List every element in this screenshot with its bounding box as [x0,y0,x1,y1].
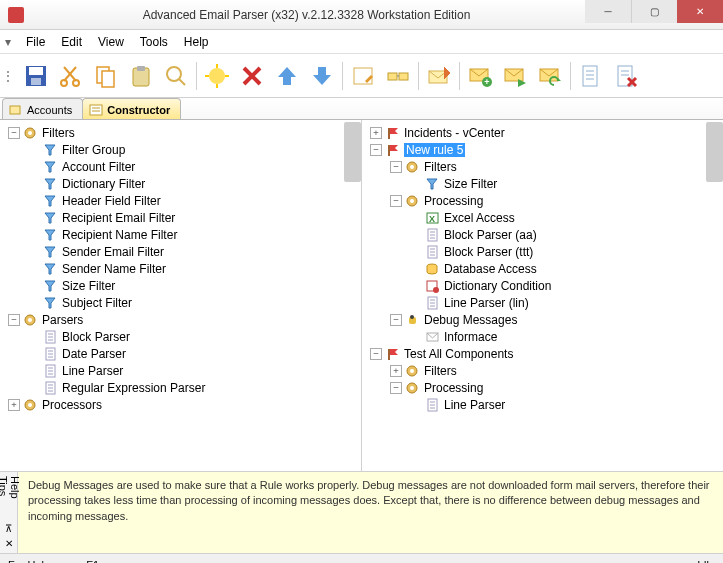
tree-node[interactable]: −New rule 5 [362,141,723,158]
tree-node[interactable]: Line Parser [362,396,723,413]
close-button[interactable]: ✕ [677,0,723,23]
tree-node-label: Recipient Name Filter [62,228,177,242]
content-area: −FiltersFilter GroupAccount FilterDictio… [0,120,723,472]
pin-icon[interactable]: ⊼ [5,523,12,534]
tree-node[interactable]: Size Filter [0,277,361,294]
tree-node[interactable]: Block Parser (aa) [362,226,723,243]
expander-icon[interactable]: − [370,144,382,156]
doc-delete-button[interactable] [609,59,643,93]
help-tips-sidebar[interactable]: Help Tips ⊼ ✕ [0,472,18,553]
copy-button[interactable] [89,59,123,93]
menu-file[interactable]: File [18,33,53,51]
tree-node[interactable]: +Filters [362,362,723,379]
tree-node[interactable]: Sender Name Filter [0,260,361,277]
menu-edit[interactable]: Edit [53,33,90,51]
svg-rect-30 [583,66,597,86]
tab-constructor[interactable]: Constructor [82,98,181,119]
tree-node[interactable]: −Parsers [0,311,361,328]
tree-node[interactable]: −Processing [362,379,723,396]
funnel-icon [43,296,59,310]
tree-node-label: Processors [42,398,102,412]
rules-tree[interactable]: +Incidents - vCenter−New rule 5−FiltersS… [362,120,723,471]
tree-node[interactable]: Recipient Name Filter [0,226,361,243]
receive-mail-button[interactable] [422,59,456,93]
edit-form-button[interactable] [346,59,380,93]
doc-view-button[interactable] [574,59,608,93]
constructor-tab-icon [89,104,103,116]
tree-node[interactable]: Sender Email Filter [0,243,361,260]
svg-point-70 [410,199,414,203]
tree-node[interactable]: Informace [362,328,723,345]
tree-node[interactable]: −Filters [362,158,723,175]
movedown-button[interactable] [305,59,339,93]
search-button[interactable] [159,59,193,93]
mail-forward-button[interactable] [498,59,532,93]
cut-button[interactable] [54,59,88,93]
close-helptips-icon[interactable]: ✕ [5,538,13,549]
expander-icon[interactable]: + [8,399,20,411]
minimize-button[interactable]: ─ [585,0,631,23]
svg-rect-1 [29,67,43,75]
expander-icon[interactable]: + [390,365,402,377]
tree-node[interactable]: +Incidents - vCenter [362,124,723,141]
connect-button[interactable] [381,59,415,93]
tree-node[interactable]: Regular Expression Parser [0,379,361,396]
tree-node-label: Processing [424,381,483,395]
tree-node[interactable]: Line Parser [0,362,361,379]
svg-rect-66 [388,145,390,156]
tree-node[interactable]: −Filters [0,124,361,141]
menu-help[interactable]: Help [176,33,217,51]
expander-icon[interactable]: − [8,314,20,326]
expander-icon[interactable]: + [370,127,382,139]
left-scrollbar-thumb[interactable] [344,122,361,182]
system-menu-icon[interactable]: ▾ [4,34,12,50]
tab-accounts[interactable]: Accounts [2,98,83,119]
help-tips-text: Debug Messages are used to make sure tha… [18,472,723,553]
menu-view[interactable]: View [90,33,132,51]
tree-node[interactable]: Subject Filter [0,294,361,311]
tree-node-label: Account Filter [62,160,135,174]
toolbar-handle-icon: ⋮ [4,68,12,84]
mail-add-button[interactable]: + [463,59,497,93]
tree-node[interactable]: −Debug Messages [362,311,723,328]
gear-icon [23,313,39,327]
tree-node[interactable]: +Processors [0,396,361,413]
tree-node[interactable]: Recipient Email Filter [0,209,361,226]
tree-node[interactable]: Block Parser (ttt) [362,243,723,260]
tree-node[interactable]: −Processing [362,192,723,209]
tree-node-label: Dictionary Condition [444,279,551,293]
expander-icon[interactable]: − [390,314,402,326]
paste-button[interactable] [124,59,158,93]
funnel-icon [43,228,59,242]
expander-icon[interactable]: − [390,195,402,207]
maximize-button[interactable]: ▢ [631,0,677,23]
tree-node[interactable]: Dictionary Condition [362,277,723,294]
save-button[interactable] [19,59,53,93]
tree-node[interactable]: Block Parser [0,328,361,345]
moveup-button[interactable] [270,59,304,93]
expander-icon[interactable]: − [390,161,402,173]
tree-node[interactable]: XExcel Access [362,209,723,226]
right-scrollbar-thumb[interactable] [706,122,723,182]
menu-tools[interactable]: Tools [132,33,176,51]
delete-button[interactable] [235,59,269,93]
expander-icon[interactable]: − [370,348,382,360]
tree-node[interactable]: Header Field Filter [0,192,361,209]
tree-node[interactable]: −Test All Components [362,345,723,362]
tree-node[interactable]: Date Parser [0,345,361,362]
tree-node[interactable]: Size Filter [362,175,723,192]
expander-icon[interactable]: − [390,382,402,394]
tree-node[interactable]: Account Filter [0,158,361,175]
tree-node[interactable]: Database Access [362,260,723,277]
tree-node-label: Line Parser [62,364,123,378]
svg-rect-8 [102,71,114,87]
tree-node-label: Incidents - vCenter [404,126,505,140]
mail-refresh-button[interactable] [533,59,567,93]
expander-icon[interactable]: − [8,127,20,139]
tree-node[interactable]: Filter Group [0,141,361,158]
new-button[interactable] [200,59,234,93]
gear-icon [23,126,39,140]
tree-node[interactable]: Dictionary Filter [0,175,361,192]
tree-node[interactable]: Line Parser (lin) [362,294,723,311]
components-tree[interactable]: −FiltersFilter GroupAccount FilterDictio… [0,120,361,471]
